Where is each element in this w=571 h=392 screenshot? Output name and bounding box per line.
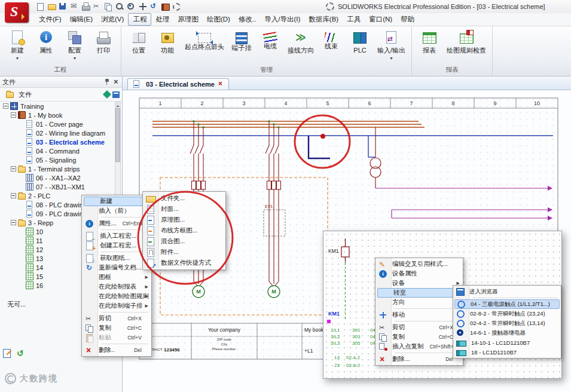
ribbon-button[interactable]: 起点终点箭头	[182, 27, 227, 56]
menubar-item[interactable]: 原理图	[173, 14, 203, 25]
refresh-icon[interactable]	[17, 348, 24, 358]
ribbon-button[interactable]: 绘图规则检查	[444, 27, 489, 59]
menu-item[interactable]: 02-8-2 - 常开瞬时触点 (23,24)	[454, 309, 560, 318]
tb-print-icon[interactable]	[81, 2, 91, 11]
tree-item[interactable]: 07 - -XBJ1--XM1	[1, 182, 114, 191]
menu-item[interactable]: 插入工程宏...	[83, 231, 150, 241]
expander-icon[interactable]	[3, 103, 8, 109]
menu-item[interactable]: 方向	[377, 298, 462, 307]
browser-view-icon[interactable]	[112, 91, 120, 98]
tree-item[interactable]: 01 - Cover page	[1, 120, 114, 128]
menu-item[interactable]: 在此绘制绘图规则	[83, 292, 150, 301]
ribbon-button[interactable]: 线束	[317, 27, 346, 55]
menu-item[interactable]: 重新编号文档...	[83, 263, 150, 272]
menu-item[interactable]: 图框	[83, 272, 150, 282]
menu-item[interactable]: 剪切 Ctrl+X	[377, 323, 462, 332]
menu-item[interactable]: 编辑交叉引用样式...	[377, 259, 462, 269]
close-icon[interactable]	[112, 78, 120, 86]
ribbon-button[interactable]: 电缆	[256, 27, 285, 55]
expander-icon[interactable]	[11, 112, 16, 118]
menubar-item[interactable]: 绘图(D)	[203, 14, 234, 25]
sidebar-tab-files[interactable]: 文件	[2, 89, 104, 100]
menubar-item[interactable]: 工具	[343, 14, 365, 25]
menu-item[interactable]: 复制 Ctrl+C	[377, 332, 462, 342]
menu-item[interactable]: 移动	[377, 310, 462, 320]
menubar-item[interactable]: 处理	[151, 14, 173, 25]
menubar-item[interactable]: 浏览(V)	[97, 14, 128, 25]
filter-icon[interactable]	[103, 90, 111, 98]
menu-item[interactable]: 在此绘制端子排	[83, 301, 150, 311]
ribbon-button[interactable]: 输入/输出	[374, 27, 408, 59]
menubar-item[interactable]: 文件(F)	[35, 14, 66, 25]
scroll-thumb[interactable]	[115, 108, 120, 162]
tb-copy-icon[interactable]	[103, 2, 114, 11]
ribbon-button[interactable]: 打印	[89, 27, 118, 59]
menu-item[interactable]: 剪切 Ctrl+X	[83, 314, 150, 323]
menu-item[interactable]: 删除.. Del	[83, 345, 150, 355]
tb-pan-icon[interactable]	[138, 2, 148, 11]
menu-item[interactable]: 02-4-2 - 常开瞬时触点 (13,14)	[454, 318, 560, 328]
menu-item[interactable]: 18 - LC1D1210B7	[454, 347, 560, 357]
menu-item[interactable]: 转至	[377, 288, 461, 298]
scroll-up-icon[interactable]	[115, 102, 120, 108]
tree-item[interactable]: 04 - Command	[1, 146, 114, 155]
menu-item[interactable]: 设备	[377, 278, 462, 288]
menu-item[interactable]: 混合图...	[144, 236, 224, 247]
ribbon-button[interactable]: PLC	[346, 27, 374, 59]
menu-item[interactable]: 属性... Ctrl+Enter	[83, 219, 150, 228]
menu-item[interactable]: 文件夹...	[144, 193, 224, 204]
pin-icon[interactable]	[103, 78, 111, 86]
tree-item[interactable]: 1 - Terminal strips	[1, 164, 114, 173]
menu-item[interactable]: 创建工程宏...	[83, 241, 150, 250]
tb-folder-icon[interactable]	[47, 2, 57, 11]
menubar-item[interactable]: 帮助	[396, 14, 419, 25]
expander-icon[interactable]	[11, 193, 16, 198]
menu-item[interactable]: 设备属性	[377, 269, 462, 278]
menubar-item[interactable]: 工程	[128, 13, 151, 26]
menu-item[interactable]: 在此绘制报表	[83, 282, 150, 292]
menu-item[interactable]: 数据文件快捷方式	[144, 258, 224, 268]
menu-item[interactable]: 原理图...	[144, 215, 224, 225]
ribbon-button[interactable]: 位置	[124, 27, 153, 59]
menu-item[interactable]: 插入（前）	[83, 206, 150, 216]
tb-zoomfit-icon[interactable]	[126, 2, 136, 11]
ribbon-button[interactable]: 新建	[3, 27, 32, 59]
menu-item[interactable]: 获取图纸...	[83, 253, 150, 263]
tree-item[interactable]: 1 - My book	[1, 111, 114, 120]
tb-page-icon[interactable]	[35, 2, 45, 11]
tree-item[interactable]: 03 - Electrical scheme	[1, 137, 114, 146]
tree-item[interactable]: 05 - Signaling	[1, 155, 114, 164]
ribbon-button[interactable]: 接线方向	[285, 27, 317, 59]
tb-cut-icon[interactable]	[92, 2, 102, 11]
notes-icon[interactable]	[2, 348, 12, 358]
tree-item[interactable]: Training	[1, 102, 114, 111]
tree-item[interactable]: 06 - -XA1--XA2	[1, 173, 114, 182]
menubar-item[interactable]: 导入/导出(I)	[260, 14, 304, 25]
ribbon-button[interactable]: 端子排	[227, 27, 256, 57]
menu-item[interactable]: 布线方框图...	[144, 225, 224, 236]
ribbon-button[interactable]: 配置	[60, 27, 89, 59]
tab-close-icon[interactable]	[218, 81, 224, 88]
menubar-item[interactable]: 编辑(E)	[66, 14, 97, 25]
expander-icon[interactable]	[11, 220, 16, 225]
menu-item[interactable]: 删除... Del	[377, 354, 462, 364]
ribbon-button[interactable]: 属性	[32, 27, 60, 59]
expander-icon[interactable]	[11, 166, 16, 172]
menu-item[interactable]: 复制 Ctrl+C	[83, 323, 150, 333]
menu-item[interactable]: 插入点复制 Ctrl+Shift+C	[377, 342, 462, 351]
menu-item[interactable]: 14-6-1 - 接触器继电器	[454, 328, 560, 338]
menu-item[interactable]: 14-10-1 - LC1D1210B7	[454, 338, 560, 347]
menubar-item[interactable]: 数据库(B)	[304, 14, 343, 25]
menu-item[interactable]: 封面...	[144, 204, 224, 215]
tb-book-icon[interactable]	[160, 2, 170, 11]
tb-gear-icon[interactable]	[172, 2, 182, 11]
menu-item[interactable]: 进入浏览器	[454, 287, 560, 296]
document-tab[interactable]: 03 - Electrical scheme	[127, 78, 229, 90]
tree-item[interactable]: 02 - Wiring line diagram	[1, 128, 114, 137]
menu-item[interactable]: 粘贴 Ctrl+V	[83, 333, 150, 342]
ribbon-button[interactable]: 功能	[153, 27, 182, 59]
menubar-item[interactable]: 窗口(N)	[365, 14, 396, 25]
menubar-item[interactable]: 修改..	[234, 14, 260, 25]
menu-item[interactable]: 新建	[84, 197, 149, 206]
tb-save-icon[interactable]	[58, 2, 68, 11]
